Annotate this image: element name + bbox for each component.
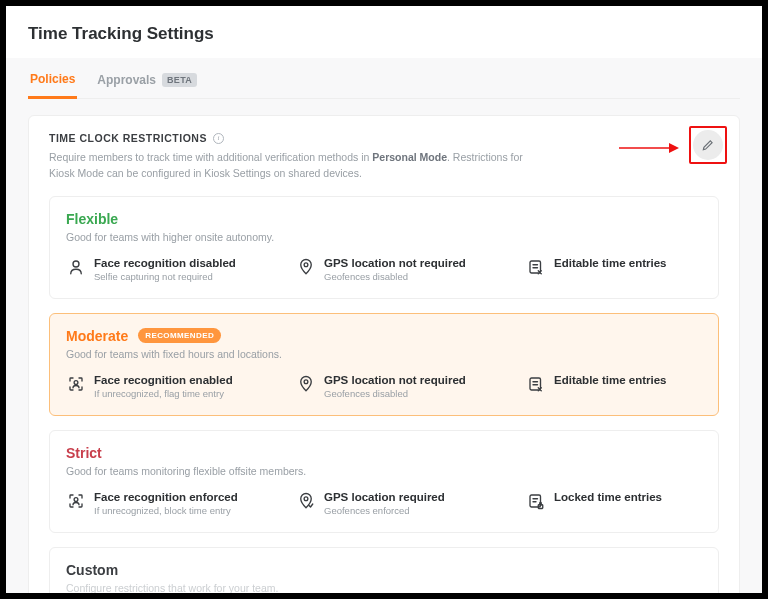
section-header: TIME CLOCK RESTRICTIONS i: [49, 132, 719, 144]
face-scan-icon: [66, 374, 86, 394]
feature-gps: GPS location not requiredGeofences disab…: [296, 257, 516, 282]
tab-label: Policies: [30, 72, 75, 86]
svg-point-3: [304, 262, 308, 266]
policy-moderate[interactable]: Moderate RECOMMENDED Good for teams with…: [49, 313, 719, 416]
section-title: TIME CLOCK RESTRICTIONS: [49, 132, 207, 144]
tab-policies[interactable]: Policies: [28, 72, 77, 99]
svg-point-9: [304, 496, 308, 500]
edit-button[interactable]: [693, 130, 723, 160]
beta-badge: BETA: [162, 73, 197, 87]
tab-label: Approvals: [97, 73, 156, 87]
page-title: Time Tracking Settings: [6, 6, 762, 58]
policy-features: Face recognition enabledIf unrecognized,…: [66, 374, 702, 399]
face-scan-icon: [66, 491, 86, 511]
entries-icon: [526, 374, 546, 394]
policy-subtitle: Good for teams monitoring flexible offsi…: [66, 465, 702, 477]
svg-point-2: [73, 261, 79, 267]
policy-subtitle: Good for teams with fixed hours and loca…: [66, 348, 702, 360]
feature-face: Face recognition disabledSelfie capturin…: [66, 257, 286, 282]
feature-face: Face recognition enforcedIf unrecognized…: [66, 491, 286, 516]
feature-face: Face recognition enabledIf unrecognized,…: [66, 374, 286, 399]
restrictions-card: TIME CLOCK RESTRICTIONS i Require member…: [28, 115, 740, 593]
tab-approvals[interactable]: Approvals BETA: [95, 72, 199, 98]
policy-name: Flexible: [66, 211, 118, 227]
policy-flexible[interactable]: Flexible Good for teams with higher onsi…: [49, 196, 719, 299]
policy-name: Strict: [66, 445, 102, 461]
face-icon: [66, 257, 86, 277]
policy-strict[interactable]: Strict Good for teams monitoring flexibl…: [49, 430, 719, 533]
recommended-badge: RECOMMENDED: [138, 328, 221, 343]
entries-icon: [526, 257, 546, 277]
feature-entries: Editable time entries: [526, 374, 702, 399]
policy-name: Custom: [66, 562, 118, 578]
entries-lock-icon: [526, 491, 546, 511]
policy-features: Face recognition disabledSelfie capturin…: [66, 257, 702, 282]
tab-bar: Policies Approvals BETA: [28, 58, 740, 99]
feature-gps: GPS location requiredGeofences enforced: [296, 491, 516, 516]
content-area: Policies Approvals BETA TIME CLOCK RESTR…: [6, 58, 762, 593]
feature-entries: Editable time entries: [526, 257, 702, 282]
svg-marker-1: [669, 143, 679, 153]
gps-check-icon: [296, 491, 316, 511]
svg-point-5: [74, 380, 78, 384]
policy-subtitle: Configure restrictions that work for you…: [66, 582, 702, 594]
section-description: Require members to track time with addit…: [49, 150, 529, 182]
policy-features: Face recognition enforcedIf unrecognized…: [66, 491, 702, 516]
policy-custom[interactable]: Custom Configure restrictions that work …: [49, 547, 719, 594]
app-frame: Time Tracking Settings Policies Approval…: [6, 6, 762, 593]
info-icon[interactable]: i: [213, 133, 224, 144]
svg-point-8: [74, 497, 78, 501]
svg-point-6: [304, 379, 308, 383]
policy-subtitle: Good for teams with higher onsite autono…: [66, 231, 702, 243]
feature-gps: GPS location not requiredGeofences disab…: [296, 374, 516, 399]
gps-icon: [296, 374, 316, 394]
feature-entries: Locked time entries: [526, 491, 702, 516]
policy-name: Moderate: [66, 328, 128, 344]
gps-icon: [296, 257, 316, 277]
pencil-icon: [701, 138, 715, 152]
